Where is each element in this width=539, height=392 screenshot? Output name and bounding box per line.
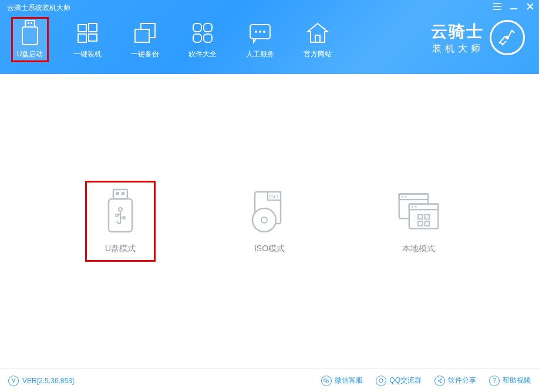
svg-rect-7	[89, 34, 97, 41]
footer-link-qq[interactable]: QQ交流群	[376, 376, 422, 386]
mode-iso[interactable]: ISO ISO模式	[236, 183, 303, 260]
svg-point-37	[412, 206, 413, 208]
footer-link-label: QQ交流群	[389, 376, 422, 386]
svg-point-24	[119, 208, 122, 211]
brand-text: 云骑士 装机大师	[431, 21, 484, 55]
iso-mode-icon: ISO	[247, 188, 292, 234]
brand-name: 云骑士	[431, 21, 484, 43]
svg-rect-10	[193, 23, 201, 32]
svg-rect-0	[25, 21, 35, 27]
chat-icon	[247, 20, 273, 46]
svg-rect-2	[31, 22, 32, 24]
svg-rect-35	[409, 204, 438, 229]
mode-label: 本地模式	[402, 244, 435, 254]
svg-rect-4	[78, 25, 86, 32]
help-icon: ?	[489, 376, 500, 386]
apps-icon	[190, 20, 215, 46]
footer-link-help[interactable]: ? 帮助视频	[489, 376, 531, 386]
share-icon	[434, 376, 445, 386]
nav-label: 人工服务	[246, 49, 274, 59]
app-title: 云骑士系统装机大师	[5, 3, 70, 13]
svg-rect-5	[89, 23, 97, 32]
mode-label: ISO模式	[254, 244, 285, 254]
nav-item-oneclick-backup[interactable]: 一键备份	[127, 18, 163, 62]
usb-mode-icon	[97, 188, 143, 234]
nav-label: 一键装机	[73, 49, 102, 59]
home-icon	[305, 20, 331, 46]
svg-rect-11	[204, 23, 212, 32]
window-controls	[493, 2, 534, 11]
nav-item-website[interactable]: 官方网站	[299, 18, 336, 62]
local-mode-icon	[396, 188, 442, 234]
svg-rect-3	[22, 27, 38, 45]
brand: 云骑士 装机大师	[431, 20, 525, 55]
svg-rect-32	[399, 194, 428, 200]
version-text: VER[2.5.36.853]	[22, 377, 74, 385]
nav-label: 官方网站	[304, 49, 332, 59]
svg-rect-9	[135, 29, 149, 42]
windows-icon	[75, 20, 100, 46]
footer: V VER[2.5.36.853] 微信客服 QQ交流群 软件分享 ? 帮助视频	[0, 369, 539, 392]
usb-icon	[17, 20, 43, 46]
svg-rect-6	[78, 34, 86, 42]
qq-icon	[376, 376, 386, 386]
svg-point-34	[405, 196, 407, 198]
nav-label: 软件大全	[188, 49, 217, 59]
minimize-button[interactable]	[510, 2, 518, 11]
svg-point-15	[255, 31, 257, 33]
svg-point-33	[402, 196, 403, 198]
wechat-icon	[321, 376, 332, 386]
nav-item-software[interactable]: 软件大全	[184, 18, 221, 62]
svg-rect-13	[204, 34, 212, 42]
footer-links: 微信客服 QQ交流群 软件分享 ? 帮助视频	[321, 376, 531, 386]
footer-version[interactable]: V VER[2.5.36.853]	[8, 376, 74, 386]
svg-point-38	[415, 206, 417, 208]
svg-rect-22	[122, 192, 124, 195]
nav-item-usb-boot[interactable]: U盘启动	[12, 18, 48, 62]
svg-point-29	[252, 208, 276, 232]
main-content: U盘模式 ISO ISO模式	[0, 74, 539, 369]
footer-link-share[interactable]: 软件分享	[434, 376, 476, 386]
menu-icon[interactable]	[493, 2, 501, 11]
brand-subtitle: 装机大师	[432, 43, 484, 55]
nav-item-oneclick-install[interactable]: 一键装机	[69, 18, 106, 62]
header: 云骑士系统装机大师 U盘启动	[0, 0, 539, 74]
svg-text:ISO: ISO	[269, 194, 278, 200]
svg-point-16	[259, 31, 261, 33]
mode-usb[interactable]: U盘模式	[87, 183, 154, 260]
backup-icon	[132, 20, 158, 46]
svg-rect-20	[113, 190, 127, 199]
svg-rect-12	[193, 34, 201, 42]
svg-point-17	[263, 31, 265, 33]
svg-point-19	[506, 36, 509, 39]
version-icon: V	[8, 376, 19, 386]
brand-logo-icon	[490, 20, 525, 55]
mode-label: U盘模式	[105, 244, 136, 254]
close-button[interactable]	[526, 2, 534, 11]
footer-link-wechat[interactable]: 微信客服	[321, 376, 363, 386]
mode-local[interactable]: 本地模式	[385, 183, 452, 260]
svg-rect-21	[116, 192, 119, 195]
nav-label: U盘启动	[17, 49, 43, 59]
footer-link-label: 微信客服	[335, 376, 363, 386]
titlebar: 云骑士系统装机大师	[0, 0, 539, 15]
nav-item-support[interactable]: 人工服务	[242, 18, 278, 62]
footer-link-label: 软件分享	[448, 376, 476, 386]
footer-link-label: 帮助视频	[503, 376, 531, 386]
svg-rect-1	[28, 22, 29, 24]
svg-rect-18	[315, 35, 320, 42]
nav-label: 一键备份	[131, 49, 159, 59]
